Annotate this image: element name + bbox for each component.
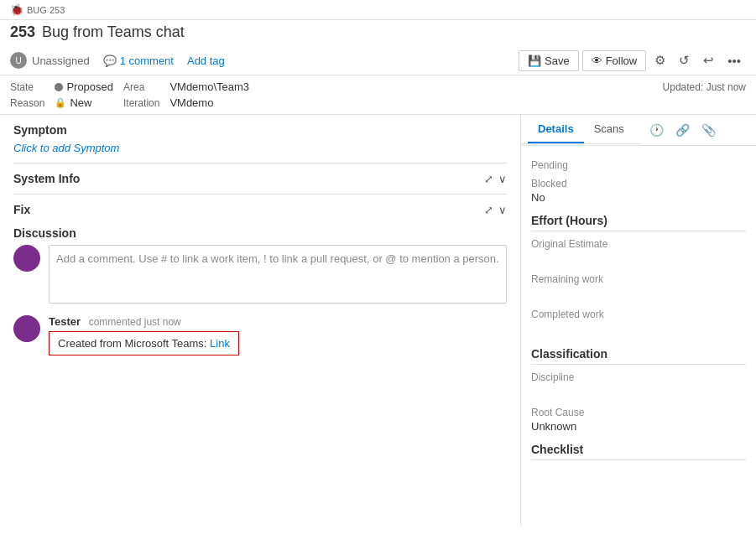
fields-row: State Proposed Area VMdemo\Team3 Updated…: [0, 75, 756, 115]
comment-input[interactable]: Add a comment. Use # to link a work item…: [49, 245, 507, 304]
area-label: Area: [123, 81, 159, 93]
right-content: Pending Blocked No Effort (Hours) Origin…: [521, 146, 756, 470]
original-estimate-label: Original Estimate: [531, 238, 746, 250]
effort-title: Effort (Hours): [531, 214, 746, 231]
area-value[interactable]: VMdemo\Team3: [169, 80, 249, 93]
refresh-button[interactable]: ↺: [674, 49, 695, 71]
lock-icon: 🔒: [55, 97, 66, 108]
add-tag-button[interactable]: Add tag: [187, 54, 225, 67]
undo-button[interactable]: ↩: [698, 49, 719, 71]
assigned-label: Unassigned: [32, 54, 90, 67]
blocked-value[interactable]: No: [531, 191, 746, 204]
bug-id: BUG 253: [27, 5, 65, 15]
save-icon: 💾: [528, 54, 541, 67]
main-content: Symptom Click to add Symptom System Info…: [0, 115, 756, 526]
discussion-title: Discussion: [13, 226, 507, 240]
pending-label: Pending: [531, 159, 746, 171]
attachment-icon-button[interactable]: 📎: [696, 120, 721, 140]
state-dot: [55, 83, 63, 91]
remaining-work-value[interactable]: [531, 287, 746, 302]
state-label: State: [10, 81, 44, 93]
more-button[interactable]: •••: [722, 50, 746, 71]
state-value[interactable]: Proposed: [55, 80, 113, 93]
settings-button[interactable]: ⚙: [649, 49, 670, 71]
classification-title: Classification: [531, 347, 746, 365]
bug-icon: 🐞: [10, 3, 23, 16]
completed-work-label: Completed work: [531, 309, 746, 320]
right-tabs-row: Details Scans 🕐 🔗 📎: [521, 115, 756, 146]
iteration-text: VMdemo: [169, 96, 213, 109]
fix-title: Fix: [13, 203, 30, 216]
tester-avatar: [13, 315, 40, 342]
bug-title: Bug from Teams chat: [42, 23, 185, 41]
fix-chevron[interactable]: ∨: [498, 204, 507, 216]
fix-section: Fix ⤢ ∨: [13, 194, 507, 216]
top-bar: 🐞 BUG 253: [0, 0, 756, 20]
comment-count: 1 comment: [120, 54, 174, 67]
updated-text: Updated: Just now: [663, 81, 746, 93]
comment-entry: Tester commented just now Created from M…: [13, 315, 507, 356]
toolbar-right: 💾 Save 👁 Follow ⚙ ↺ ↩ •••: [519, 49, 746, 71]
discussion-section: Discussion Add a comment. Use # to link …: [13, 226, 507, 356]
left-panel: Symptom Click to add Symptom System Info…: [0, 115, 521, 526]
iteration-value[interactable]: VMdemo: [169, 96, 249, 109]
comment-time: commented just now: [89, 316, 181, 328]
current-user-avatar: [13, 245, 40, 272]
comment-icon: 💬: [103, 54, 117, 67]
completed-work-value[interactable]: [531, 322, 746, 337]
comment-body: Created from Microsoft Teams: Link: [49, 331, 239, 356]
meta-row: U Unassigned 💬 1 comment Add tag 💾 Save …: [0, 46, 756, 75]
discipline-label: Discipline: [531, 371, 746, 383]
follow-icon: 👁: [592, 54, 602, 67]
reason-label: Reason: [10, 97, 44, 109]
tab-scans[interactable]: Scans: [584, 116, 634, 143]
comment-input-area: Add a comment. Use # to link a work item…: [13, 245, 507, 304]
commenter-name: Tester: [49, 315, 81, 328]
symptom-title: Symptom: [13, 123, 507, 137]
system-info-section: System Info ⤢ ∨: [13, 163, 507, 185]
symptom-placeholder[interactable]: Click to add Symptom: [13, 142, 507, 154]
reason-value[interactable]: 🔒 New: [55, 96, 113, 109]
comment-content: Tester commented just now Created from M…: [49, 315, 507, 356]
system-info-title: System Info: [13, 172, 80, 185]
reason-text: New: [70, 96, 91, 109]
original-estimate-value[interactable]: [531, 252, 746, 267]
comment-text-prefix: Created from Microsoft Teams:: [58, 337, 210, 350]
comment-button[interactable]: 💬 1 comment: [103, 54, 174, 67]
root-cause-label: Root Cause: [531, 407, 746, 418]
save-button[interactable]: 💾 Save: [519, 50, 579, 71]
follow-button[interactable]: 👁 Follow: [582, 50, 647, 71]
tab-icons: 🕐 🔗 📎: [641, 115, 724, 145]
save-label: Save: [545, 54, 570, 67]
system-info-expand[interactable]: ⤢: [484, 173, 493, 185]
comment-link[interactable]: Link: [210, 337, 230, 350]
link-icon-button[interactable]: 🔗: [670, 120, 695, 140]
comment-placeholder: Add a comment. Use # to link a work item…: [56, 252, 499, 265]
comment-header: Tester commented just now: [49, 315, 507, 328]
follow-label: Follow: [606, 54, 638, 67]
iteration-label: Iteration: [123, 97, 159, 109]
right-tabs: Details Scans: [521, 116, 641, 144]
user-avatar: U: [10, 52, 27, 69]
area-text: VMdemo\Team3: [169, 80, 249, 93]
title-row: 253 Bug from Teams chat: [0, 20, 756, 46]
checklist-title: Checklist: [531, 443, 746, 460]
blocked-label: Blocked: [531, 178, 746, 189]
root-cause-value[interactable]: Unknown: [531, 420, 746, 433]
tab-details[interactable]: Details: [528, 116, 584, 143]
history-icon-button[interactable]: 🕐: [644, 120, 669, 140]
bug-number: 253: [10, 23, 35, 41]
remaining-work-label: Remaining work: [531, 273, 746, 285]
discipline-value[interactable]: [531, 385, 746, 400]
assigned-user[interactable]: U Unassigned: [10, 52, 90, 69]
state-text: Proposed: [66, 80, 113, 93]
right-panel: Details Scans 🕐 🔗 📎 Pending Blocked No E…: [521, 115, 756, 526]
bug-label: 🐞 BUG 253: [10, 3, 65, 16]
system-info-chevron[interactable]: ∨: [498, 173, 507, 185]
add-tag-label: Add tag: [187, 54, 225, 67]
fix-expand[interactable]: ⤢: [484, 204, 493, 216]
